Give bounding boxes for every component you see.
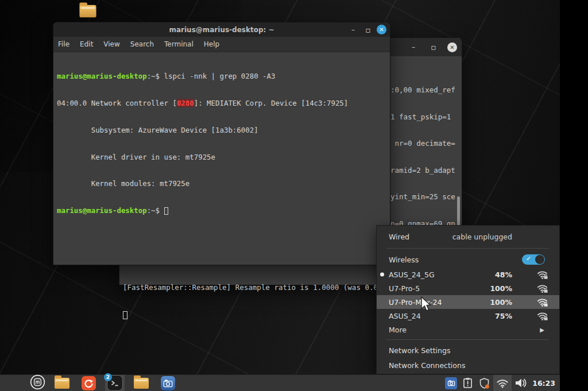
update-manager-tray-icon[interactable] bbox=[460, 375, 475, 391]
mouse-pointer bbox=[420, 296, 431, 314]
network-menu: Wired cable unplugged Wireless ASUS_24_5… bbox=[376, 225, 560, 374]
screenshot-app-button[interactable] bbox=[158, 375, 178, 391]
text-cursor bbox=[123, 311, 127, 319]
orange-refresh-app-launcher[interactable] bbox=[79, 375, 99, 391]
mint-menu-button[interactable] bbox=[30, 374, 45, 391]
prompt-line-2: marius@marius-desktop:~$ bbox=[57, 206, 386, 215]
wifi-network-item-hovered[interactable]: U7-Pro-Max-24 100% bbox=[377, 295, 559, 309]
encoder-log-text: :0,00 mixed_ref 1 fast_pskip=1 nr=0 deci… bbox=[390, 68, 455, 246]
taskbar: 2 bbox=[0, 374, 560, 391]
wifi-network-item[interactable]: U7-Pro-5 100% bbox=[377, 281, 559, 295]
menu-file[interactable]: File bbox=[58, 40, 69, 48]
ssid-label: U7-Pro-5 bbox=[389, 284, 420, 293]
refresh-icon bbox=[82, 376, 96, 390]
clipboard-alert-icon bbox=[463, 377, 473, 389]
shield-icon bbox=[478, 377, 490, 389]
wireless-toggle[interactable] bbox=[522, 254, 545, 265]
prompt-line-1: marius@marius-desktop:~$ lspci -nnk | gr… bbox=[57, 72, 386, 81]
wifi-lock-icon bbox=[529, 284, 555, 293]
menu-terminal[interactable]: Terminal bbox=[164, 40, 194, 48]
network-connections-item[interactable]: Network Connections bbox=[377, 358, 559, 373]
wifi-icon bbox=[496, 378, 509, 388]
menu-edit[interactable]: Edit bbox=[80, 40, 93, 48]
minimize-icon[interactable] bbox=[347, 24, 359, 36]
wifi-network-item[interactable]: ASUS_24_5G 48% bbox=[377, 268, 559, 281]
separator bbox=[386, 248, 549, 249]
volume-tray-icon[interactable] bbox=[512, 375, 530, 391]
ssid-label: ASUS_24_5G bbox=[389, 270, 435, 279]
wifi-lock-icon bbox=[529, 311, 555, 321]
terminal-cursor bbox=[164, 207, 168, 215]
submenu-arrow-icon bbox=[540, 327, 544, 333]
menu-help[interactable]: Help bbox=[204, 40, 219, 48]
ssid-label: U7-Pro-Max-24 bbox=[389, 298, 442, 307]
close-icon[interactable] bbox=[447, 42, 457, 52]
clock[interactable]: 16:23 bbox=[530, 379, 559, 388]
output-line-2: Subsystem: AzureWave Device [1a3b:6002] bbox=[57, 126, 386, 135]
desktop-folder-icon[interactable] bbox=[79, 5, 96, 17]
firewall-tray-icon[interactable] bbox=[475, 375, 493, 391]
terminal-output[interactable]: marius@marius-desktop:~$ lspci -nnk | gr… bbox=[53, 52, 390, 235]
folder-icon bbox=[55, 378, 69, 389]
check-icon bbox=[526, 255, 531, 262]
more-label: More bbox=[389, 326, 407, 334]
more-item[interactable]: More bbox=[377, 323, 559, 336]
wired-row: Wired cable unplugged bbox=[377, 228, 559, 245]
folder-icon bbox=[134, 378, 149, 389]
wireless-row: Wireless bbox=[377, 251, 559, 268]
signal-strength: 48% bbox=[495, 270, 529, 279]
network-settings-item[interactable]: Network Settings bbox=[377, 343, 559, 358]
network-tray-icon[interactable] bbox=[493, 375, 512, 391]
wifi-lock-icon bbox=[529, 297, 555, 307]
terminal-window[interactable]: marius@marius-desktop: ~ File Edit View … bbox=[53, 22, 390, 265]
speaker-icon bbox=[514, 377, 527, 389]
menu-view[interactable]: View bbox=[103, 40, 119, 48]
screen: :0,00 mixed_ref 1 fast_pskip=1 nr=0 deci… bbox=[0, 0, 588, 391]
output-line-3: Kernel driver in use: mt7925e bbox=[57, 153, 386, 162]
notification-badge: 2 bbox=[104, 373, 112, 381]
terminal-taskbar-button[interactable]: 2 bbox=[105, 375, 125, 391]
camera-icon bbox=[161, 376, 175, 390]
resampler-log-line: [FastResampler::Resample] Resample ratio… bbox=[123, 265, 386, 338]
output-line-1: 04:00.0 Network controller [0280]: MEDIA… bbox=[57, 99, 386, 108]
signal-strength: 100% bbox=[490, 298, 529, 307]
file-manager-launcher[interactable] bbox=[52, 375, 72, 391]
minimize-icon[interactable] bbox=[407, 41, 420, 53]
toggle-knob bbox=[535, 255, 544, 264]
connected-dot-icon bbox=[380, 273, 384, 277]
menu-search[interactable]: Search bbox=[130, 40, 154, 48]
signal-strength: 100% bbox=[490, 284, 529, 293]
wired-label: Wired bbox=[389, 233, 409, 241]
window-title: marius@marius-desktop: ~ bbox=[53, 26, 390, 34]
terminal-titlebar[interactable]: marius@marius-desktop: ~ bbox=[53, 22, 390, 37]
maximize-icon[interactable] bbox=[427, 41, 440, 53]
signal-strength: 75% bbox=[495, 312, 529, 320]
output-line-4: Kernel modules: mt7925e bbox=[57, 179, 386, 188]
close-icon[interactable] bbox=[377, 25, 386, 34]
camera-icon bbox=[445, 377, 457, 389]
wireless-label: Wireless bbox=[389, 255, 419, 264]
tray-screenshot-icon[interactable] bbox=[442, 375, 460, 391]
maximize-icon[interactable] bbox=[362, 24, 374, 36]
file-manager-window-button[interactable] bbox=[131, 375, 152, 391]
wired-status: cable unplugged bbox=[452, 233, 529, 241]
wifi-network-item[interactable]: ASUS_24 75% bbox=[377, 309, 559, 323]
terminal-icon: 2 bbox=[108, 376, 122, 390]
terminal-menubar: File Edit View Search Terminal Help bbox=[53, 37, 390, 52]
separator bbox=[386, 339, 549, 340]
wifi-lock-icon bbox=[529, 270, 555, 280]
ssid-label: ASUS_24 bbox=[389, 312, 421, 320]
